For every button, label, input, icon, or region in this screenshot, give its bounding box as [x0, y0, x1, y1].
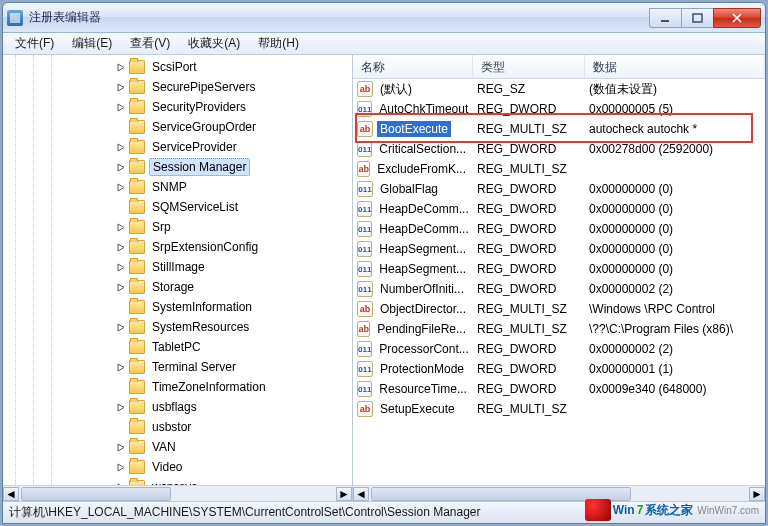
- value-type: REG_DWORD: [473, 200, 585, 218]
- expand-icon[interactable]: [111, 323, 129, 332]
- value-row[interactable]: 011HeapSegment...REG_DWORD0x00000000 (0): [353, 239, 765, 259]
- tree-item[interactable]: usbflags: [3, 397, 352, 417]
- value-type: REG_DWORD: [473, 260, 585, 278]
- expand-icon[interactable]: [111, 463, 129, 472]
- value-row[interactable]: 011GlobalFlagREG_DWORD0x00000000 (0): [353, 179, 765, 199]
- titlebar[interactable]: 注册表编辑器: [3, 3, 765, 33]
- expand-icon[interactable]: [111, 163, 129, 172]
- value-row[interactable]: 011NumberOfIniti...REG_DWORD0x00000002 (…: [353, 279, 765, 299]
- value-row[interactable]: abBootExecuteREG_MULTI_SZautocheck autoc…: [353, 119, 765, 139]
- tree-item[interactable]: usbstor: [3, 417, 352, 437]
- tree-label: Storage: [149, 279, 197, 295]
- menu-3[interactable]: 收藏夹(A): [180, 33, 248, 54]
- column-header[interactable]: 名称 类型 数据: [353, 55, 765, 79]
- tree-item[interactable]: Video: [3, 457, 352, 477]
- binary-value-icon: 011: [357, 101, 372, 117]
- folder-icon: [129, 380, 145, 394]
- tree-item[interactable]: SQMServiceList: [3, 197, 352, 217]
- value-type: REG_DWORD: [473, 220, 585, 238]
- value-row[interactable]: abSetupExecuteREG_MULTI_SZ: [353, 399, 765, 419]
- value-row[interactable]: 011HeapDeComm...REG_DWORD0x00000000 (0): [353, 219, 765, 239]
- value-type: REG_DWORD: [473, 280, 585, 298]
- value-data: 0x00278d00 (2592000): [585, 140, 765, 158]
- expand-icon[interactable]: [111, 403, 129, 412]
- tree-item[interactable]: TimeZoneInformation: [3, 377, 352, 397]
- value-type: REG_DWORD: [473, 180, 585, 198]
- column-type[interactable]: 类型: [473, 55, 585, 78]
- tree-h-scrollbar[interactable]: ◄ ►: [3, 485, 352, 501]
- menu-0[interactable]: 文件(F): [7, 33, 62, 54]
- tree-item[interactable]: Terminal Server: [3, 357, 352, 377]
- tree-item[interactable]: SecurityProviders: [3, 97, 352, 117]
- expand-icon[interactable]: [111, 83, 129, 92]
- tree-item[interactable]: ScsiPort: [3, 57, 352, 77]
- menu-1[interactable]: 编辑(E): [64, 33, 120, 54]
- expand-icon[interactable]: [111, 183, 129, 192]
- tree-item[interactable]: Storage: [3, 277, 352, 297]
- folder-icon: [129, 60, 145, 74]
- folder-icon: [129, 360, 145, 374]
- expand-icon[interactable]: [111, 223, 129, 232]
- expand-icon[interactable]: [111, 143, 129, 152]
- expand-icon[interactable]: [111, 243, 129, 252]
- folder-icon: [129, 160, 145, 174]
- expand-icon[interactable]: [111, 443, 129, 452]
- value-type: REG_MULTI_SZ: [473, 160, 585, 178]
- tree-label: SNMP: [149, 179, 190, 195]
- folder-icon: [129, 180, 145, 194]
- value-name: BootExecute: [377, 121, 451, 137]
- value-row[interactable]: 011ResourceTime...REG_DWORD0x0009e340 (6…: [353, 379, 765, 399]
- scroll-left-icon[interactable]: ◄: [353, 487, 369, 501]
- expand-icon[interactable]: [111, 363, 129, 372]
- column-data[interactable]: 数据: [585, 55, 765, 78]
- expand-icon[interactable]: [111, 103, 129, 112]
- close-button[interactable]: [713, 8, 761, 28]
- tree-item[interactable]: SrpExtensionConfig: [3, 237, 352, 257]
- value-row[interactable]: 011AutoChkTimeoutREG_DWORD0x00000005 (5): [353, 99, 765, 119]
- tree-item[interactable]: ServiceProvider: [3, 137, 352, 157]
- minimize-button[interactable]: [649, 8, 681, 28]
- tree-item[interactable]: SystemInformation: [3, 297, 352, 317]
- value-row[interactable]: 011ProcessorCont...REG_DWORD0x00000002 (…: [353, 339, 765, 359]
- value-row[interactable]: abExcludeFromK...REG_MULTI_SZ: [353, 159, 765, 179]
- expand-icon[interactable]: [111, 283, 129, 292]
- tree-pane[interactable]: ScsiPortSecurePipeServersSecurityProvide…: [3, 55, 353, 501]
- value-row[interactable]: 011HeapSegment...REG_DWORD0x00000000 (0): [353, 259, 765, 279]
- scroll-right-icon[interactable]: ►: [336, 487, 352, 501]
- menu-4[interactable]: 帮助(H): [250, 33, 307, 54]
- values-pane[interactable]: 名称 类型 数据 ab(默认)REG_SZ(数值未设置)011AutoChkTi…: [353, 55, 765, 501]
- tree-item[interactable]: Srp: [3, 217, 352, 237]
- value-row[interactable]: 011CriticalSection...REG_DWORD0x00278d00…: [353, 139, 765, 159]
- folder-icon: [129, 140, 145, 154]
- maximize-button[interactable]: [681, 8, 713, 28]
- string-value-icon: ab: [357, 301, 373, 317]
- value-row[interactable]: 011ProtectionModeREG_DWORD0x00000001 (1): [353, 359, 765, 379]
- tree-label: SrpExtensionConfig: [149, 239, 261, 255]
- value-name: HeapDeComm...: [376, 221, 471, 237]
- value-name: AutoChkTimeout: [376, 101, 471, 117]
- value-row[interactable]: abObjectDirector...REG_MULTI_SZ\Windows …: [353, 299, 765, 319]
- folder-icon: [129, 240, 145, 254]
- tree-item[interactable]: VAN: [3, 437, 352, 457]
- tree-item[interactable]: SNMP: [3, 177, 352, 197]
- scroll-left-icon[interactable]: ◄: [3, 487, 19, 501]
- expand-icon[interactable]: [111, 63, 129, 72]
- value-row[interactable]: 011HeapDeComm...REG_DWORD0x00000000 (0): [353, 199, 765, 219]
- menu-2[interactable]: 查看(V): [122, 33, 178, 54]
- value-row[interactable]: abPendingFileRe...REG_MULTI_SZ\??\C:\Pro…: [353, 319, 765, 339]
- value-data: 0x00000000 (0): [585, 200, 765, 218]
- value-type: REG_DWORD: [473, 340, 585, 358]
- value-type: REG_SZ: [473, 80, 585, 98]
- tree-item[interactable]: ServiceGroupOrder: [3, 117, 352, 137]
- value-data: (数值未设置): [585, 79, 765, 100]
- tree-label: StillImage: [149, 259, 208, 275]
- tree-item[interactable]: StillImage: [3, 257, 352, 277]
- expand-icon[interactable]: [111, 263, 129, 272]
- tree-item[interactable]: SystemResources: [3, 317, 352, 337]
- value-row[interactable]: ab(默认)REG_SZ(数值未设置): [353, 79, 765, 99]
- string-value-icon: ab: [357, 81, 373, 97]
- tree-item[interactable]: TabletPC: [3, 337, 352, 357]
- tree-item[interactable]: Session Manager: [3, 157, 352, 177]
- tree-item[interactable]: SecurePipeServers: [3, 77, 352, 97]
- column-name[interactable]: 名称: [353, 55, 473, 78]
